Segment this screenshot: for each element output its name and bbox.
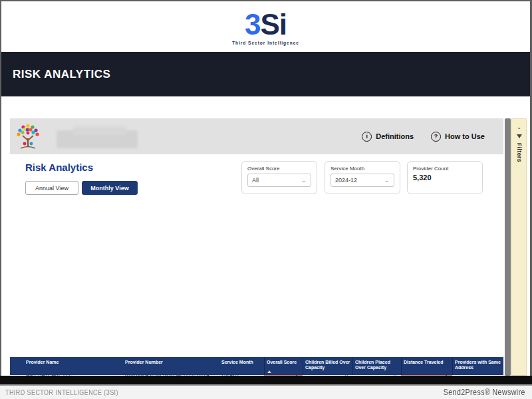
question-icon: ? xyxy=(431,132,441,142)
col-children-billed[interactable]: Children Billed Over Capacity xyxy=(303,357,352,375)
col-overall-score-label: Overall Score xyxy=(267,360,297,364)
overall-score-select[interactable]: All ⌄ xyxy=(247,174,311,187)
service-month-label: Service Month xyxy=(331,166,394,172)
service-month-card: Service Month 2024-12 ⌄ xyxy=(325,161,400,194)
footer-newswire: Send2Press® Newswire xyxy=(444,388,525,397)
definitions-label: Definitions xyxy=(376,132,414,140)
overall-score-card: Overall Score All ⌄ xyxy=(241,161,317,194)
provider-count-label: Provider Count xyxy=(413,166,477,172)
frame-border-left xyxy=(0,0,1,376)
overall-score-label: Overall Score xyxy=(247,166,311,172)
service-month-value: 2024-12 xyxy=(335,177,357,184)
col-overall-score[interactable]: Overall Score xyxy=(264,357,303,375)
bottom-divider-bar xyxy=(0,376,532,384)
annual-view-button[interactable]: Annual View xyxy=(25,181,78,195)
col-provider-name[interactable]: Provider Name xyxy=(10,357,123,375)
col-distance-traveled[interactable]: Distance Traveled xyxy=(401,357,452,375)
filters-tab-label: Filters xyxy=(516,143,523,162)
logo-text-blue: 3 xyxy=(245,8,260,41)
provider-count-card: Provider Count 5,320 xyxy=(407,161,483,194)
logo-subtitle: Third Sector Intelligence xyxy=(232,41,299,45)
filter-funnel-icon xyxy=(517,134,522,138)
chevron-down-icon: ⌄ xyxy=(384,178,391,184)
page-title: RISK ANALYTICS xyxy=(13,68,110,81)
col-children-placed[interactable]: Children Placed Over Capacity xyxy=(352,357,401,375)
collapse-chevron-icon: ⌄ xyxy=(517,125,521,130)
redacted-org-name-blur xyxy=(73,126,126,136)
how-to-use-label: How to Use xyxy=(445,132,485,140)
filters-panel-tab[interactable]: ⌄ Filters xyxy=(511,118,527,376)
org-bar: i Definitions ? How to Use xyxy=(10,118,503,154)
col-service-month[interactable]: Service Month xyxy=(219,357,264,375)
sort-ascending-icon xyxy=(267,370,271,373)
chevron-down-icon: ⌄ xyxy=(301,178,308,184)
masthead: 3Si Third Sector Intelligence xyxy=(1,1,530,52)
footer-attribution: THIRD SECTOR INTELLIGENCE (3SI) xyxy=(5,388,118,396)
col-provider-number[interactable]: Provider Number xyxy=(123,357,219,375)
service-month-select[interactable]: 2024-12 ⌄ xyxy=(331,174,394,187)
monthly-view-button[interactable]: Monthly View xyxy=(82,181,138,195)
footer-bar: THIRD SECTOR INTELLIGENCE (3SI) Send2Pre… xyxy=(0,384,532,399)
page-header-bar: RISK ANALYTICS xyxy=(1,52,530,96)
overall-score-value: All xyxy=(252,177,259,184)
logo-text-navy: Si xyxy=(260,8,287,41)
col-same-address[interactable]: Providers with Same Address xyxy=(452,357,503,375)
dashboard-panel: Risk Analytics Annual View Monthly View … xyxy=(10,154,503,376)
dashboard-title: Risk Analytics xyxy=(25,162,93,173)
provider-count-value: 5,320 xyxy=(413,174,482,182)
risk-table: Provider Name Provider Number Service Mo… xyxy=(10,357,503,376)
help-links: i Definitions ? How to Use xyxy=(362,118,485,154)
table-header-row: Provider Name Provider Number Service Mo… xyxy=(10,357,503,375)
how-to-use-button[interactable]: ? How to Use xyxy=(431,132,485,142)
3si-logo: 3Si xyxy=(245,11,287,39)
definitions-button[interactable]: i Definitions xyxy=(362,132,414,142)
org-tree-logo xyxy=(13,122,43,151)
vertical-scrollbar[interactable] xyxy=(505,118,511,376)
info-icon: i xyxy=(362,132,372,142)
frame-border-top xyxy=(0,0,532,1)
